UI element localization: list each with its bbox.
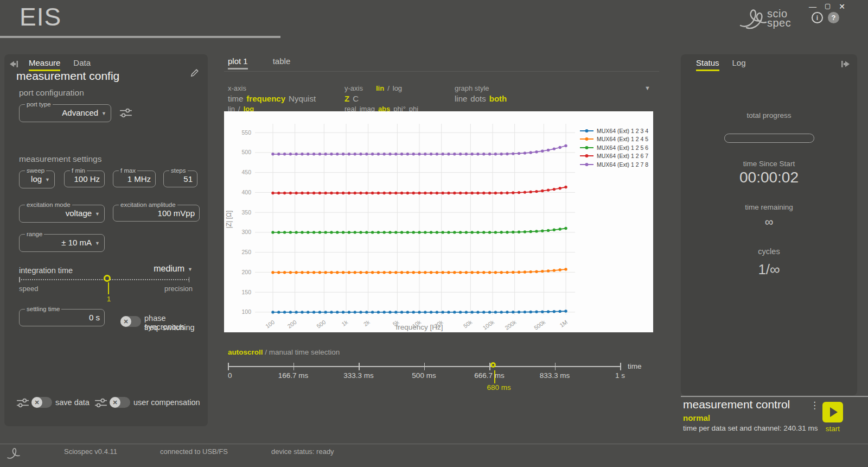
info-icon[interactable]: i [812, 12, 823, 23]
y-axis-scale-options: lin/log [376, 84, 402, 92]
start-button[interactable] [822, 402, 843, 422]
save-data-settings-icon[interactable] [16, 397, 29, 408]
option-lin[interactable]: lin [376, 84, 384, 92]
option-frequency[interactable]: frequency [246, 94, 285, 103]
integration-time-value: medium [154, 264, 184, 273]
maximize-icon[interactable]: ▢ [825, 2, 831, 11]
statusbar-divider [0, 444, 868, 444]
f-max-value[interactable]: 1 MHz [118, 174, 151, 184]
start-button-label: start [817, 425, 848, 433]
impedance-chart[interactable]: 1001502002503003504004505005501002005001… [224, 111, 653, 332]
kebab-menu-icon[interactable]: ⋮ [810, 400, 819, 411]
measurement-control-divider [681, 396, 868, 397]
time-tick-label: 833.3 ms [531, 371, 579, 380]
tab-plot1[interactable]: plot 1 [228, 56, 248, 70]
tab-log[interactable]: Log [732, 58, 746, 71]
graph-style-options: linedotsboth [455, 94, 507, 103]
excitation-mode-field[interactable]: excitation mode voltage▼ [19, 201, 105, 223]
svg-text:100: 100 [241, 308, 251, 315]
sciospec-logo: scio spec [739, 4, 799, 33]
time-since-start-value: 00:00:02 [681, 169, 857, 186]
time-slider[interactable]: time 680 ms 0166.7 ms333.3 ms500 ms666.7… [228, 359, 651, 395]
graph-style-config: graph style linedotsboth [455, 84, 507, 105]
f-min-value[interactable]: 100 Hz [69, 174, 100, 184]
panel-heading: measurement config [16, 70, 119, 83]
settling-time-value[interactable]: 0 s [24, 312, 100, 323]
option-dots[interactable]: dots [470, 94, 486, 103]
excitation-amplitude-label: excitation amplitude [119, 201, 177, 208]
port-type-label: port type [25, 101, 53, 108]
collapse-right-icon[interactable] [841, 60, 851, 68]
legend-item: MUX64 (Ext) 1 2 3 4 [579, 127, 648, 135]
svg-text:250: 250 [241, 249, 251, 255]
excitation-amplitude-value[interactable]: 100 mVpp [118, 208, 195, 218]
port-type-field[interactable]: port type Advanced▼ [19, 101, 111, 122]
status-panel: Status Log total progress time Since Sta… [681, 54, 857, 395]
steps-value[interactable]: 51 [168, 174, 193, 184]
time-tick [555, 363, 556, 370]
user-compensation-toggle[interactable]: ✕ [110, 397, 130, 408]
y-axis-quantity-options: ZC [344, 94, 418, 103]
autoscroll-option[interactable]: autoscroll [228, 348, 263, 356]
port-settings-sliders-icon[interactable] [119, 108, 132, 118]
legend-label: MUX64 (Ext) 1 2 3 4 [597, 128, 648, 134]
axis-config-collapse-chevron[interactable]: ▼ [644, 85, 650, 91]
measurement-timing-info: time per data set and channel: 240.31 ms [683, 424, 818, 432]
graph-style-title: graph style [455, 84, 489, 92]
manual-time-option[interactable]: manual time selection [269, 348, 340, 356]
minimize-icon[interactable]: — [809, 2, 816, 11]
toggle-off-icon: ✕ [110, 397, 120, 408]
measurement-mode[interactable]: normal [683, 413, 710, 422]
f-max-label: f max [119, 167, 137, 174]
x-axis-mode-options: timefrequencyNyquist [228, 94, 316, 103]
section-port-configuration: port configuration [19, 88, 84, 98]
collapse-left-icon[interactable] [9, 60, 18, 68]
option-c[interactable]: C [353, 94, 359, 103]
sweep-field[interactable]: sweep log▼ [19, 167, 55, 188]
option-both[interactable]: both [489, 94, 507, 103]
integration-time-dropdown[interactable]: medium▼ [154, 264, 193, 274]
option-z[interactable]: Z [344, 94, 349, 103]
time-slider-handle[interactable] [490, 362, 496, 368]
edit-pencil-icon[interactable] [190, 68, 199, 78]
tab-table[interactable]: table [273, 56, 291, 70]
integration-time-slider-handle[interactable] [104, 275, 111, 282]
option-nyquist[interactable]: Nyquist [289, 94, 316, 103]
excitation-amplitude-field[interactable]: excitation amplitude 100 mVpp [113, 201, 200, 222]
f-min-field[interactable]: f min 100 Hz [64, 167, 105, 187]
svg-text:|Z| [Ω]: |Z| [Ω] [225, 211, 233, 229]
help-icon[interactable]: ? [828, 12, 839, 23]
svg-text:200: 200 [241, 269, 251, 275]
user-compensation-settings-icon[interactable] [94, 397, 107, 408]
legend-item: MUX64 (Ext) 1 2 5 6 [579, 143, 648, 152]
save-data-toggle[interactable]: ✕ [31, 397, 52, 408]
chevron-down-icon: ▼ [95, 241, 100, 246]
chevron-down-icon: ▼ [45, 177, 50, 182]
close-icon[interactable]: ✕ [839, 2, 845, 11]
steps-field[interactable]: steps 51 [163, 167, 197, 187]
phase-sync-toggle[interactable]: ✕ [120, 316, 141, 327]
excitation-mode-value: voltage [66, 209, 92, 218]
title-underline [0, 36, 280, 38]
option-time[interactable]: time [228, 94, 243, 103]
range-field[interactable]: range ± 10 mA▼ [19, 231, 105, 252]
device-status: device status: ready [271, 447, 334, 456]
sciospec-logo-glyph [739, 6, 767, 31]
excitation-mode-label: excitation mode [25, 201, 72, 208]
option-line[interactable]: line [455, 94, 467, 103]
option-log[interactable]: log [393, 84, 402, 92]
steps-label: steps [169, 167, 188, 174]
svg-text:200k: 200k [503, 318, 518, 331]
time-mode-selector[interactable]: autoscroll / manual time selection [228, 348, 340, 356]
svg-text:frequency [Hz]: frequency [Hz] [395, 323, 443, 331]
settling-time-field[interactable]: settling time 0 s [19, 306, 105, 326]
cycles-value: 1/∞ [681, 261, 857, 278]
legend-label: MUX64 (Ext) 1 2 5 6 [597, 144, 648, 151]
legend-label: MUX64 (Ext) 1 2 4 5 [597, 136, 648, 142]
y-axis-config: y-axis lin/log ZC realimagabsphi°phi [344, 84, 418, 115]
f-max-field[interactable]: f max 1 MHz [113, 167, 156, 187]
legend-marker [579, 162, 594, 167]
legend-label: MUX64 (Ext) 1 2 6 7 [597, 153, 648, 159]
chevron-down-icon: ▼ [101, 111, 106, 116]
tab-status[interactable]: Status [696, 58, 719, 71]
